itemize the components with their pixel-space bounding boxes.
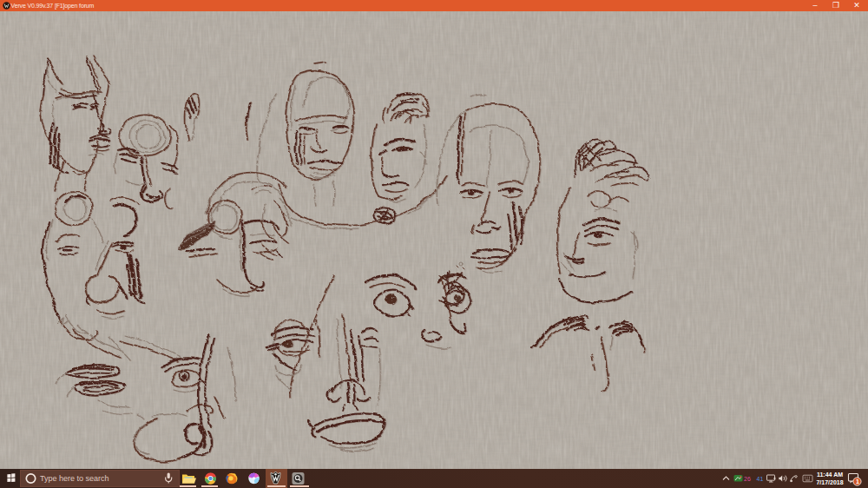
svg-text:41: 41 xyxy=(757,476,764,482)
svg-text:1: 1 xyxy=(856,478,859,485)
svg-text:26: 26 xyxy=(744,476,751,482)
